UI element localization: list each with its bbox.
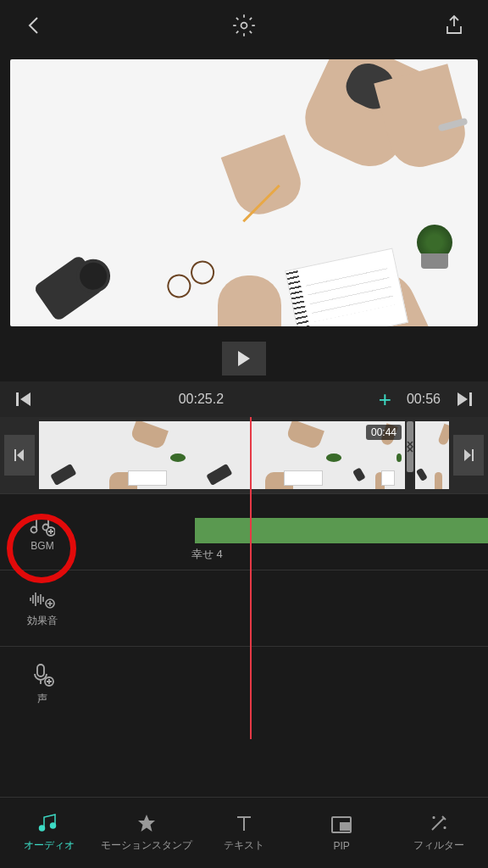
- tab-audio-label: オーディオ: [24, 838, 75, 853]
- waveform-add-icon: [29, 588, 56, 610]
- voice-track[interactable]: 声: [0, 646, 488, 722]
- settings-button[interactable]: [227, 8, 261, 42]
- add-clip-button[interactable]: +: [363, 387, 407, 413]
- clip-handle[interactable]: [407, 421, 413, 472]
- video-clip[interactable]: 00:44: [351, 421, 405, 489]
- text-icon: [234, 813, 254, 833]
- bgm-clip-name: 幸せ 4: [191, 547, 223, 562]
- tab-text-label: テキスト: [224, 838, 264, 853]
- svg-rect-3: [14, 449, 16, 461]
- voice-label: 声: [37, 692, 47, 706]
- star-icon: [136, 813, 158, 833]
- tab-motion-label: モーションスタンプ: [101, 838, 192, 853]
- bgm-track[interactable]: BGM 幸せ 4: [0, 493, 488, 570]
- trim-right-button[interactable]: [453, 435, 484, 476]
- wand-icon: [429, 813, 449, 833]
- svg-rect-2: [469, 392, 472, 406]
- preview-frame: [10, 59, 478, 326]
- audio-icon: [38, 813, 60, 833]
- svg-point-0: [241, 23, 247, 29]
- svg-point-12: [50, 823, 55, 828]
- pip-icon: [330, 815, 352, 835]
- video-track[interactable]: 00:44: [0, 417, 488, 493]
- goto-end-button[interactable]: [449, 384, 480, 415]
- video-clip[interactable]: [415, 421, 449, 489]
- back-button[interactable]: [17, 8, 51, 42]
- tab-filter-label: フィルター: [413, 838, 464, 853]
- tab-pip-label: PIP: [334, 840, 350, 852]
- svg-rect-14: [341, 823, 349, 830]
- highlight-circle: [7, 514, 76, 583]
- svg-rect-1: [16, 392, 19, 406]
- video-clip[interactable]: [195, 421, 351, 489]
- export-button[interactable]: [437, 8, 471, 42]
- trim-left-button[interactable]: [4, 435, 35, 476]
- sfx-label: 効果音: [27, 614, 58, 628]
- svg-point-11: [39, 826, 44, 831]
- tab-filter[interactable]: フィルター: [391, 798, 488, 868]
- total-time: 00:56: [407, 392, 449, 407]
- tab-text[interactable]: テキスト: [195, 798, 292, 868]
- current-time: 00:25.2: [39, 392, 363, 407]
- video-clip[interactable]: [39, 421, 195, 489]
- play-button[interactable]: [222, 342, 266, 376]
- playhead[interactable]: [250, 417, 252, 739]
- tab-motion-stamp[interactable]: モーションスタンプ: [97, 798, 195, 868]
- video-preview[interactable]: [10, 59, 478, 326]
- clip-duration-badge: 00:44: [366, 425, 402, 440]
- goto-start-button[interactable]: [8, 384, 39, 415]
- sfx-track[interactable]: 効果音: [0, 570, 488, 646]
- mic-add-icon: [30, 663, 54, 688]
- svg-rect-4: [472, 449, 474, 461]
- bgm-clip[interactable]: [195, 518, 488, 543]
- tab-pip[interactable]: PIP: [293, 798, 391, 868]
- tab-audio[interactable]: オーディオ: [0, 798, 97, 868]
- svg-rect-9: [37, 665, 44, 676]
